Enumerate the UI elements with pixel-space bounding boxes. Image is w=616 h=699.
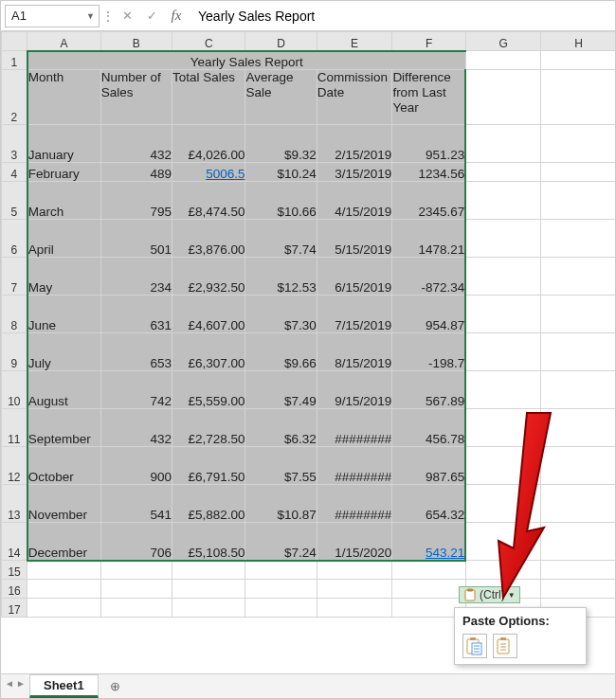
formula-input[interactable] bbox=[190, 5, 611, 27]
cell-avg[interactable]: $7.30 bbox=[245, 296, 317, 333]
cell[interactable] bbox=[541, 447, 615, 485]
cell-date[interactable]: 5/15/2019 bbox=[317, 220, 392, 258]
new-sheet-button[interactable]: ⊕ bbox=[104, 677, 127, 696]
cell-number[interactable]: 795 bbox=[100, 182, 172, 220]
cell[interactable] bbox=[27, 599, 100, 618]
cell-avg[interactable]: $6.32 bbox=[245, 409, 317, 447]
cell-number[interactable]: 432 bbox=[100, 409, 172, 447]
cell[interactable] bbox=[465, 163, 541, 182]
enter-icon[interactable]: ✓ bbox=[141, 6, 162, 27]
cell[interactable] bbox=[465, 182, 541, 220]
cell-total[interactable]: £6,791.50 bbox=[172, 447, 245, 485]
cell-total[interactable]: £4,026.00 bbox=[172, 125, 245, 163]
cell[interactable] bbox=[541, 371, 615, 409]
cell[interactable] bbox=[27, 561, 100, 580]
row-header[interactable]: 1 bbox=[2, 51, 27, 70]
cell-total[interactable]: £5,882.00 bbox=[172, 485, 245, 523]
cell-date[interactable]: 3/15/2019 bbox=[317, 163, 392, 182]
row-header[interactable]: 2 bbox=[2, 70, 27, 125]
cell-number[interactable]: 653 bbox=[100, 333, 172, 371]
cell[interactable] bbox=[465, 125, 541, 163]
header-cell[interactable]: Total Sales bbox=[172, 70, 245, 125]
cell[interactable] bbox=[541, 70, 615, 125]
cell[interactable] bbox=[245, 599, 317, 618]
cell-diff[interactable]: -198.7 bbox=[392, 333, 465, 371]
cell[interactable] bbox=[541, 163, 615, 182]
cell[interactable] bbox=[465, 296, 541, 333]
row-header[interactable]: 7 bbox=[2, 258, 27, 296]
header-cell[interactable]: Month bbox=[27, 70, 100, 125]
cell[interactable] bbox=[392, 580, 465, 599]
header-cell[interactable]: Commission Date bbox=[317, 70, 392, 125]
cell[interactable] bbox=[541, 580, 615, 599]
cell-avg[interactable]: $12.53 bbox=[245, 258, 317, 296]
cell-diff[interactable]: 1478.21 bbox=[392, 220, 465, 258]
cell-total[interactable]: £2,728.50 bbox=[172, 409, 245, 447]
row-header[interactable]: 3 bbox=[2, 125, 27, 163]
cell[interactable] bbox=[317, 561, 392, 580]
cell[interactable] bbox=[465, 333, 541, 371]
col-header[interactable]: E bbox=[317, 32, 392, 51]
cell-number[interactable]: 706 bbox=[100, 523, 172, 561]
col-header[interactable]: C bbox=[172, 32, 245, 51]
title-cell[interactable]: Yearly Sales Report bbox=[27, 51, 466, 70]
cell-diff[interactable]: 456.78 bbox=[392, 409, 465, 447]
cell-total[interactable]: £8,474.50 bbox=[172, 182, 245, 220]
header-cell[interactable]: Number of Sales bbox=[100, 70, 172, 125]
cell-month[interactable]: April bbox=[27, 220, 100, 258]
row-header[interactable]: 8 bbox=[2, 296, 27, 333]
cell-number[interactable]: 234 bbox=[100, 258, 172, 296]
cell-diff[interactable]: 567.89 bbox=[392, 371, 465, 409]
cell[interactable] bbox=[541, 333, 615, 371]
cell-date[interactable]: 8/15/2019 bbox=[317, 333, 392, 371]
cell-avg[interactable]: $10.66 bbox=[245, 182, 317, 220]
row-header[interactable]: 6 bbox=[2, 220, 27, 258]
cell[interactable] bbox=[465, 561, 541, 580]
cell-month[interactable]: June bbox=[27, 296, 100, 333]
cell-date[interactable]: 9/15/2019 bbox=[317, 371, 392, 409]
cell[interactable] bbox=[100, 561, 172, 580]
row-header[interactable]: 9 bbox=[2, 333, 27, 371]
col-header[interactable]: G bbox=[465, 32, 541, 51]
cell-avg[interactable]: $7.49 bbox=[245, 371, 317, 409]
cell[interactable] bbox=[465, 70, 541, 125]
cell[interactable] bbox=[541, 296, 615, 333]
cell-date[interactable]: ######## bbox=[317, 447, 392, 485]
cell[interactable] bbox=[392, 561, 465, 580]
cell[interactable] bbox=[541, 409, 615, 447]
cell-avg[interactable]: $7.74 bbox=[245, 220, 317, 258]
paste-options-tag[interactable]: (Ctrl) ▼ bbox=[459, 586, 520, 603]
cell-diff[interactable]: 951.23 bbox=[392, 125, 465, 163]
cell-avg[interactable]: $9.32 bbox=[245, 125, 317, 163]
row-header[interactable]: 14 bbox=[2, 523, 27, 561]
col-header[interactable]: A bbox=[27, 32, 100, 51]
cell-month[interactable]: December bbox=[27, 523, 100, 561]
cell[interactable] bbox=[172, 561, 245, 580]
cell-date[interactable]: ######## bbox=[317, 485, 392, 523]
cell-number[interactable]: 432 bbox=[100, 125, 172, 163]
cell-avg[interactable]: $7.55 bbox=[245, 447, 317, 485]
cell-avg[interactable]: $10.24 bbox=[245, 163, 317, 182]
cell-month[interactable]: November bbox=[27, 485, 100, 523]
cell-month[interactable]: July bbox=[27, 333, 100, 371]
cell[interactable] bbox=[100, 580, 172, 599]
cell[interactable] bbox=[465, 220, 541, 258]
cell-date[interactable]: ######## bbox=[317, 409, 392, 447]
cell[interactable] bbox=[541, 485, 615, 523]
header-cell[interactable]: Difference from Last Year bbox=[392, 70, 465, 125]
cell-total[interactable]: £5,108.50 bbox=[172, 523, 245, 561]
row-header[interactable]: 5 bbox=[2, 182, 27, 220]
cell-diff[interactable]: 654.32 bbox=[392, 485, 465, 523]
cell-month[interactable]: May bbox=[27, 258, 100, 296]
cell-number[interactable]: 501 bbox=[100, 220, 172, 258]
cell[interactable] bbox=[541, 51, 615, 70]
cell-total[interactable]: £5,559.00 bbox=[172, 371, 245, 409]
col-header[interactable]: H bbox=[541, 32, 615, 51]
cell-total[interactable]: £6,307.00 bbox=[172, 333, 245, 371]
cell[interactable] bbox=[27, 580, 100, 599]
cell-total[interactable]: £4,607.00 bbox=[172, 296, 245, 333]
row-header[interactable]: 13 bbox=[2, 485, 27, 523]
cell[interactable] bbox=[172, 599, 245, 618]
cell-number[interactable]: 631 bbox=[100, 296, 172, 333]
row-header[interactable]: 17 bbox=[2, 599, 27, 618]
